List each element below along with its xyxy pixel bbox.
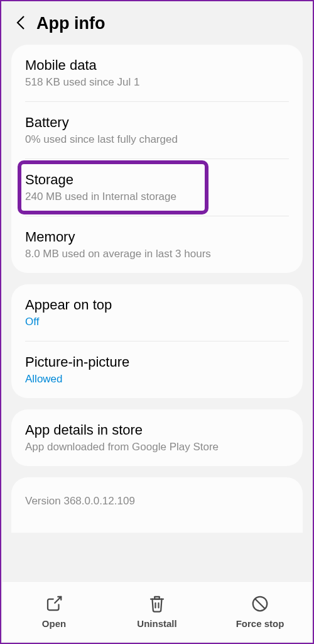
card-display: Appear on top Off Picture-in-picture All… [11,284,303,398]
bottom-bar: Open Uninstall Force stop [3,581,311,641]
card-usage: Mobile data 518 KB used since Jul 1 Batt… [11,45,303,273]
open-icon [45,594,63,613]
item-title: Storage [25,172,289,188]
page-title: App info [36,14,105,33]
item-title: Mobile data [25,57,289,74]
item-title: Memory [25,229,289,245]
bar-label: Force stop [236,618,284,629]
item-mobile-data[interactable]: Mobile data 518 KB used since Jul 1 [11,45,303,101]
item-sub: App downloaded from Google Play Store [25,441,289,453]
item-status: Allowed [25,373,289,386]
item-status: Off [25,316,289,328]
back-button[interactable] [16,15,25,33]
item-sub: 240 MB used in Internal storage [25,191,289,203]
item-storage[interactable]: Storage 240 MB used in Internal storage [11,159,303,216]
item-appear-on-top[interactable]: Appear on top Off [11,284,303,341]
card-store: App details in store App downloaded from… [11,409,303,466]
item-title: Battery [25,114,289,131]
trash-icon [148,594,166,613]
open-button[interactable]: Open [3,594,106,629]
version-info: Version 368.0.0.12.109 [11,477,303,533]
force-stop-button[interactable]: Force stop [208,594,311,629]
item-picture-in-picture[interactable]: Picture-in-picture Allowed [11,341,303,398]
item-app-details[interactable]: App details in store App downloaded from… [11,409,303,466]
bar-label: Uninstall [137,618,176,629]
item-title: Picture-in-picture [25,354,289,370]
uninstall-button[interactable]: Uninstall [106,594,208,629]
item-memory[interactable]: Memory 8.0 MB used on average in last 3 … [11,216,303,273]
bar-label: Open [42,618,66,629]
item-title: Appear on top [25,297,289,313]
force-stop-icon [251,594,269,613]
item-sub: 518 KB used since Jul 1 [25,76,289,89]
svg-line-3 [256,599,265,609]
header: App info [1,1,313,45]
item-title: App details in store [25,422,289,438]
item-sub: 0% used since last fully charged [25,133,289,146]
item-battery[interactable]: Battery 0% used since last fully charged [11,102,303,158]
item-sub: 8.0 MB used on average in last 3 hours [25,248,289,260]
